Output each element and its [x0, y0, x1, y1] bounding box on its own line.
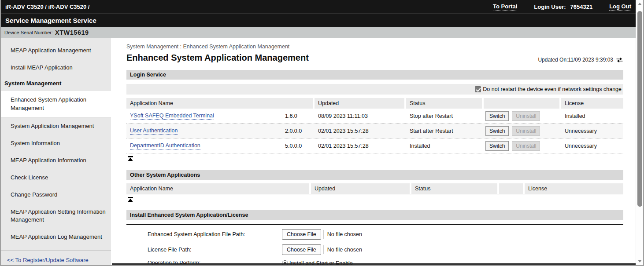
back-to-top-icon[interactable] — [127, 155, 134, 163]
enhanced-file-input: Choose File No file chosen — [282, 229, 362, 240]
column-header-actions — [484, 98, 559, 109]
column-header-license: License — [561, 98, 623, 109]
enhanced-file-path-label: Enhanced System Application File Path: — [126, 231, 282, 237]
sidebar-item-meap-application-setting-information-management[interactable]: MEAP Application Setting Information Man… — [1, 204, 111, 229]
scrollbar-thumb[interactable] — [637, 11, 642, 207]
app-updated: 08/09 2023 11:11:03 — [315, 113, 404, 119]
updated-on-text: Updated On:11/09 2023 9:39:03 — [538, 57, 613, 63]
other-applications-table-header: Application Name Updated Status License — [126, 183, 623, 194]
restart-option-band: Do not restart the device even if networ… — [126, 84, 623, 95]
breadcrumb: System Management : Enhanced System Appl… — [126, 44, 623, 50]
column-header-updated: Updated — [311, 183, 410, 194]
refresh-icon[interactable] — [616, 57, 623, 63]
login-user-value: 7654321 — [570, 4, 593, 10]
login-user: Login User:7654321 — [534, 4, 592, 10]
choose-file-button[interactable]: Choose File — [282, 244, 321, 255]
app-status: Installed — [406, 143, 482, 149]
app-link-departmentid-authentication[interactable]: DepartmentID Authentication — [130, 142, 200, 149]
app-version: 1.6.0 — [285, 113, 313, 119]
serial-label: Device Serial Number: — [4, 30, 53, 35]
section-other-system-applications: Other System Applications — [126, 170, 623, 180]
app-version: 2.0.0.0 — [285, 128, 313, 134]
section-rule — [126, 224, 623, 225]
table-row: YSoft SAFEQ Embedded Terminal 1.6.0 08/0… — [126, 109, 623, 124]
no-restart-checkbox[interactable] — [475, 86, 481, 92]
login-service-table: Application Name Updated Status License … — [126, 98, 623, 153]
serial-value: XTW15619 — [55, 29, 89, 36]
to-portal-link[interactable]: To Portal — [493, 3, 517, 11]
sidebar-item-meap-application-information[interactable]: MEAP Application Information — [1, 152, 111, 169]
sidebar-item-check-license[interactable]: Check License — [1, 169, 111, 186]
app-updated: 02/01 2023 15:57:28 — [315, 143, 404, 149]
column-header-license: License — [525, 183, 623, 194]
scrollbar-down-arrow[interactable] — [636, 258, 644, 265]
app-version: 5.0.0.0 — [285, 143, 313, 149]
main-content: System Management : Enhanced System Appl… — [111, 38, 636, 265]
scrollbar-up-arrow[interactable] — [636, 0, 644, 7]
bottom-rule — [112, 263, 636, 265]
sidebar-item-system-information[interactable]: System Information — [1, 135, 111, 152]
column-header-application-name: Application Name — [126, 183, 309, 194]
operation-to-perform-label: Operation to Perform: — [126, 259, 282, 266]
file-chosen-text: No file chosen — [327, 247, 362, 253]
choose-file-button[interactable]: Choose File — [282, 229, 321, 240]
uninstall-button[interactable]: Uninstall — [512, 111, 540, 121]
app-license: Unnecessary — [561, 128, 623, 134]
switch-button[interactable]: Switch — [485, 141, 509, 151]
file-path-row: Enhanced System Application File Path: C… — [126, 229, 623, 240]
license-file-path-label: License File Path: — [126, 247, 282, 253]
app-status: Stop after Restart — [406, 113, 482, 119]
other-applications-table: Application Name Updated Status License — [126, 183, 623, 194]
login-user-label: Login User: — [534, 4, 566, 10]
page-title: Enhanced System Application Management — [126, 53, 309, 63]
license-path-row: License File Path: Choose File No file c… — [126, 244, 623, 255]
sidebar-item-enhanced-system-application-management[interactable]: Enhanced System Application Management — [1, 90, 111, 118]
operation-row: Operation to Perform: Install and Start … — [126, 259, 623, 266]
log-out-link[interactable]: Log Out — [609, 3, 631, 11]
sidebar-item-system-application-management[interactable]: System Application Management — [1, 118, 111, 135]
column-header-application-name: Application Name — [126, 98, 313, 109]
login-service-table-header: Application Name Updated Status License — [126, 98, 623, 109]
section-login-service: Login Service — [126, 70, 623, 80]
column-header-status: Status — [406, 98, 482, 109]
page: iR-ADV C3520 / iR-ADV C3520 / To Portal … — [1, 0, 636, 265]
file-separator — [323, 245, 324, 254]
section-install-enhanced-system-application: Install Enhanced System Application/Lice… — [126, 210, 623, 220]
no-restart-checkbox-label: Do not restart the device even if networ… — [483, 86, 622, 92]
switch-button[interactable]: Switch — [485, 126, 509, 136]
sidebar: MEAP Application Management Install MEAP… — [1, 38, 111, 265]
back-to-top-icon[interactable] — [127, 196, 134, 204]
radio-install-and-start[interactable]: Install and Start or Enable — [282, 259, 353, 266]
app-link-user-authentication[interactable]: User Authentication — [130, 128, 178, 135]
app-link-ysoft-safeq[interactable]: YSoft SAFEQ Embedded Terminal — [130, 113, 214, 120]
switch-button[interactable]: Switch — [485, 111, 509, 121]
table-row: DepartmentID Authentication 5.0.0.0 02/0… — [126, 138, 623, 153]
column-header-status: Status — [411, 183, 497, 194]
sidebar-item-meap-application-log-management[interactable]: MEAP Application Log Management — [1, 229, 111, 246]
sidebar-item-change-password[interactable]: Change Password — [1, 186, 111, 204]
file-chosen-text: No file chosen — [327, 231, 362, 237]
sidebar-section-system-management: System Management — [1, 77, 111, 90]
device-title: iR-ADV C3520 / iR-ADV C3520 / — [5, 4, 89, 10]
sidebar-item-meap-application-management[interactable]: MEAP Application Management — [1, 42, 111, 59]
column-header-updated: Updated — [315, 98, 404, 109]
to-register-update-software-link[interactable]: << To Register/Update Software — [1, 251, 111, 266]
serial-bar: Device Serial Number: XTW15619 — [1, 27, 636, 38]
uninstall-button[interactable]: Uninstall — [512, 141, 540, 151]
table-row: User Authentication 2.0.0.0 02/01 2023 1… — [126, 124, 623, 138]
license-file-input: Choose File No file chosen — [282, 244, 362, 255]
app-updated: 02/01 2023 15:57:28 — [315, 128, 404, 134]
operation-radio-group: Install and Start or Enable Only Install — [282, 259, 353, 266]
app-title: Service Management Service — [5, 17, 96, 24]
top-device-bar: iR-ADV C3520 / iR-ADV C3520 / To Portal … — [1, 0, 636, 13]
app-license: Installed — [561, 113, 623, 119]
browser-viewport: iR-ADV C3520 / iR-ADV C3520 / To Portal … — [0, 0, 644, 266]
vertical-scrollbar[interactable] — [636, 0, 643, 265]
app-status: Start after Restart — [406, 128, 482, 134]
column-header-actions — [499, 183, 523, 194]
app-title-bar: Service Management Service — [1, 13, 636, 27]
sidebar-item-install-meap-application[interactable]: Install MEAP Application — [1, 59, 111, 77]
uninstall-button[interactable]: Uninstall — [512, 126, 540, 136]
no-restart-checkbox-wrap[interactable]: Do not restart the device even if networ… — [475, 86, 622, 92]
app-license: Unnecessary — [561, 143, 623, 149]
